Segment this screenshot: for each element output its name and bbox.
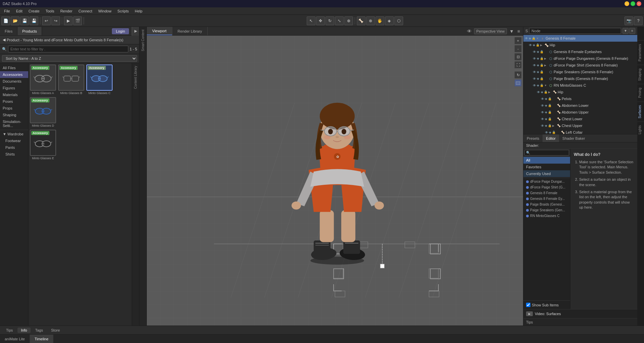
toolbar-open[interactable]: 📂 [11,16,19,25]
lock-genesis8f[interactable]: 🔒 [532,37,535,40]
render-dungarees[interactable]: ◈ [537,57,539,60]
eye-glasses[interactable]: 👁 [533,84,536,87]
scene-chest-upper[interactable]: 👁 ◈ 🔒 ▶ 🦴 Chest Upper [523,122,637,129]
cat-shirts[interactable]: Shirts [0,151,28,158]
render-glasses[interactable]: ◈ [537,84,539,87]
menu-file[interactable]: File [1,8,13,14]
toolbar-scale[interactable]: ⤡ [335,16,344,25]
shader-tab-baker[interactable]: Shader Baker [559,134,588,142]
shader-item-sneakers[interactable]: Paige Sneakers (Gen... [523,207,570,213]
toolbar-rotate[interactable]: ↻ [326,16,334,25]
cat-poses[interactable]: Poses [0,98,28,105]
toolbar-move[interactable]: ✥ [316,16,325,25]
toolbar-render[interactable]: ▶ [64,16,73,25]
shader-item-glasses[interactable]: RN MintoGlasses C [523,213,570,219]
shader-item-g8f[interactable]: Genesis 8 Female [523,190,570,196]
lock-dungarees[interactable]: 🔒 [540,57,544,60]
render-genesis8f[interactable]: ◈ [529,37,531,40]
eye-pelvis[interactable]: 👁 [541,97,544,101]
cat-props[interactable]: Props [0,105,28,112]
render-pelvis[interactable]: ◈ [545,97,547,100]
eye-eyelashes[interactable]: 👁 [533,50,536,54]
toolbar-help[interactable]: ? [634,16,643,25]
lock-chestlower[interactable]: 🔒 [548,117,552,121]
toolbar-joint[interactable]: ⊗ [366,16,375,25]
toolbar-universal[interactable]: ⊕ [344,16,353,25]
menu-tools[interactable]: Tools [43,8,57,14]
vtab-surfaces[interactable]: Surfaces [637,101,644,122]
toolbar-pose[interactable]: 🖐 [376,16,384,25]
video-label[interactable]: Video: Surfaces [535,312,561,316]
vp-ctrl-eye[interactable]: 👁 [466,29,473,34]
render-leftcollar[interactable]: ◈ [549,131,551,134]
shader-item-shirt[interactable]: dForce Paige Shirt (G... [523,184,570,190]
lock-abdlower[interactable]: 🔒 [548,104,552,107]
scene-glasses[interactable]: 👁 ◈ 🔒 ▼ ⬡ RN MintoGlasses C [523,82,637,89]
scene-left-collar[interactable]: 👁 ◈ 🔒 🦴 Left Collar [523,129,637,134]
eye-chestlower[interactable]: 👁 [541,117,544,121]
lock-glasses[interactable]: 🔒 [540,84,544,87]
lock-sneakers[interactable]: 🔒 [540,70,544,74]
vp-ctrl-dropdown[interactable]: ▼ [508,29,515,34]
vtab-lights[interactable]: Lights [637,122,644,138]
vp-preview-box[interactable] [514,79,522,87]
render-chestupper[interactable]: ◈ [545,124,547,127]
lock-shirt[interactable]: 🔒 [540,63,544,67]
menu-help[interactable]: Help [132,8,145,14]
vp-frame[interactable]: ⊡ [514,53,522,60]
bottom-tab-tips[interactable]: Tips [3,328,16,333]
vp-ctrl-settings[interactable]: ≡ [516,29,521,34]
lock-leftcollar[interactable]: 🔒 [552,131,556,134]
vtab-posing[interactable]: Posing [637,84,644,101]
toolbar-redo[interactable]: ↪ [51,16,60,25]
render-abdupper[interactable]: ◈ [545,111,547,114]
scene-search-input[interactable] [529,28,621,34]
shader-tab-presets[interactable]: Presets [523,134,543,142]
cat-simulation[interactable]: Simulation-Setti... [0,118,28,129]
eye-braids[interactable]: 👁 [533,77,536,81]
menu-edit[interactable]: Edit [13,8,25,14]
product-minto-glasses-a[interactable]: Accessory Minto Glasses A [30,65,56,95]
eye-dungarees[interactable]: 👁 [533,57,536,60]
lock-chestupper[interactable]: 🔒 [548,124,552,127]
shader-item-g8f-eye[interactable]: Genesis 8 Female Ey... [523,196,570,202]
shader-cat-all[interactable]: All [523,157,570,164]
lock-pelvis[interactable]: 🔒 [548,97,552,100]
scene-abdomen-upper[interactable]: 👁 ◈ 🔒 🦴 Abdomen Upper [523,109,637,116]
maximize-button[interactable]: □ [631,1,635,6]
shader-filter-input[interactable] [524,150,569,156]
eye-chestupper[interactable]: 👁 [541,124,544,128]
vp-fullscreen[interactable]: ⛶ [514,61,522,69]
menu-render[interactable]: Render [57,8,75,14]
cat-footwear[interactable]: Footwear [0,137,28,144]
tab-files[interactable]: Files [0,27,17,35]
scene-eyelashes[interactable]: 👁 ◈ 🔒 ⬡ Genesis 8 Female Eyelashes [523,48,637,55]
footer-tab-timeline[interactable]: Timeline [30,335,53,343]
shader-item-braids[interactable]: Paige Braids (Genesi... [523,202,570,207]
toolbar-camera[interactable]: 📷 [625,16,633,25]
product-minto-glasses-b[interactable]: Accessory Minto Glasses B [58,65,84,95]
filter-input[interactable] [8,46,128,52]
menu-scripts[interactable]: Scripts [115,8,132,14]
shader-tab-editor[interactable]: Editor [543,134,559,142]
toolbar-save[interactable]: 💾 [20,16,29,25]
scene-sneakers[interactable]: 👁 ◈ 🔒 ⬡ Paige Sneakers (Genesis 8 Female… [523,69,637,75]
render-library-tab[interactable]: Render Library [172,27,208,35]
render-eyelashes[interactable]: ◈ [537,50,539,53]
scene-options-btn[interactable]: ≡ [629,28,635,34]
toolbar-render2[interactable]: 🎬 [73,16,82,25]
menu-create[interactable]: Create [26,8,42,14]
cat-pants[interactable]: Pants [0,144,28,151]
scene-filter-btn[interactable]: ▼ [622,28,629,34]
login-button[interactable]: Login [112,28,129,34]
scene-abdomen-lower[interactable]: 👁 ◈ 🔒 🦴 Abdomen Lower [523,102,637,109]
toolbar-select[interactable]: ↖ [307,16,315,25]
lock-braids[interactable]: 🔒 [540,77,544,80]
toolbar-save-as[interactable]: 💾 [30,16,38,25]
shader-cat-favorites[interactable]: Favorites [523,164,570,170]
render-chestlower[interactable]: ◈ [545,117,547,121]
vp-zoom-in[interactable]: + [514,37,522,44]
viewport-tab[interactable]: Viewport [147,27,172,35]
product-minto-glasses-c[interactable]: Accessory Minto Glasses C [86,65,113,95]
vp-zoom-out[interactable]: - [514,45,522,52]
